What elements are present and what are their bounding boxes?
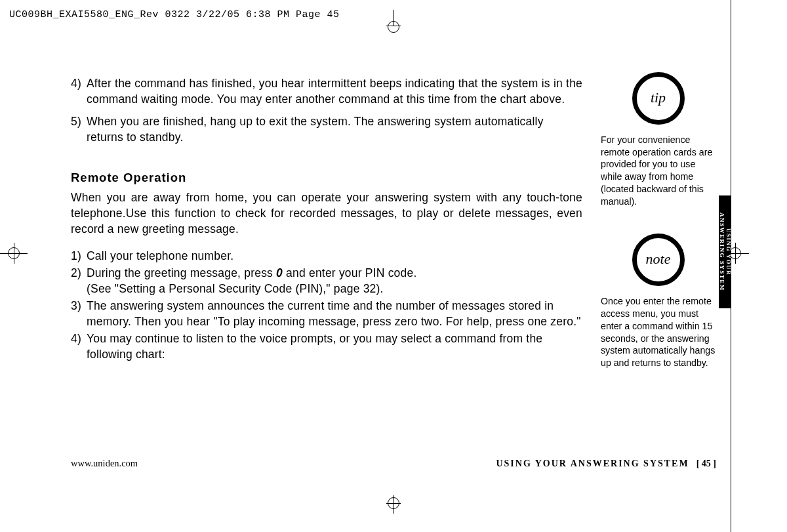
footer-url: www.uniden.com — [71, 458, 138, 469]
item-number: 1) — [71, 248, 87, 264]
tip-text: For your convenience remote operation ca… — [601, 134, 716, 207]
crop-mark — [386, 497, 401, 514]
paragraph: When you are away from home, you can ope… — [71, 190, 582, 237]
item-text: During the greeting message, press 0 and… — [87, 265, 582, 297]
page: UC009BH_EXAI5580_ENG_Rev 0322 3/22/05 6:… — [0, 0, 787, 532]
item-number: 3) — [71, 298, 87, 329]
note-text: Once you enter the remote access menu, y… — [601, 295, 716, 369]
tip-icon: tip — [601, 72, 716, 125]
item-number: 4) — [71, 75, 87, 107]
item-number: 4) — [71, 331, 87, 362]
item-text: When you are finished, hang up to exit t… — [87, 113, 582, 145]
crop-mark — [388, 21, 399, 33]
section-heading: Remote Operation — [71, 169, 582, 186]
sidebar: tip For your convenience remote operatio… — [601, 72, 716, 369]
item-text: After the command has finished, you hear… — [87, 75, 582, 107]
item-number: 5) — [71, 113, 87, 145]
list-item: 4) After the command has finished, you h… — [71, 75, 582, 107]
item-text: The answering system announces the curre… — [87, 298, 582, 329]
crop-mark — [386, 26, 401, 26]
item-text: You may continue to listen to the voice … — [87, 331, 582, 362]
item-number: 2) — [71, 265, 87, 297]
list-item: 3) The answering system announces the cu… — [71, 298, 582, 329]
list-item: 4) You may continue to listen to the voi… — [71, 331, 582, 362]
side-tab: USING YOURANSWERING SYSTEM — [719, 195, 731, 308]
note-icon: note — [601, 234, 716, 286]
list-item: 1) Call your telephone number. — [71, 248, 582, 264]
list-item: 2) During the greeting message, press 0 … — [71, 265, 582, 297]
footer: www.uniden.com USING YOUR ANSWERING SYST… — [71, 458, 716, 469]
list-item: 5) When you are finished, hang up to exi… — [71, 113, 582, 145]
prepress-header: UC009BH_EXAI5580_ENG_Rev 0322 3/22/05 6:… — [9, 9, 340, 20]
main-content: 4) After the command has finished, you h… — [71, 75, 582, 369]
registration-mark — [0, 245, 28, 261]
item-text: Call your telephone number. — [87, 248, 582, 264]
footer-section: USING YOUR ANSWERING SYSTEM [ 45 ] — [496, 459, 716, 469]
